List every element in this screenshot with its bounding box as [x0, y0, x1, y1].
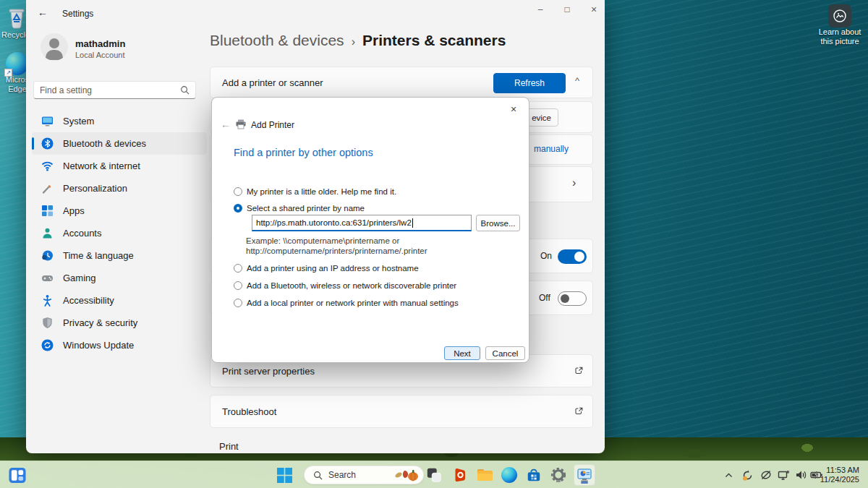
tray-disabled-device[interactable]	[760, 468, 773, 481]
sidebar-item-label: Personalization	[63, 183, 127, 194]
sidebar-item-accounts[interactable]: Accounts	[32, 222, 207, 244]
settings-search[interactable]	[33, 81, 196, 99]
titlebar-back-icon[interactable]: ←	[38, 7, 48, 18]
add-printer-scanner-card: Add a printer or scanner Refresh ^	[210, 67, 593, 98]
sidebar-item-system[interactable]: System	[32, 110, 207, 132]
toggle-off[interactable]	[558, 291, 587, 306]
sidebar-item-personalization[interactable]: Personalization	[32, 177, 207, 200]
radio-icon[interactable]	[234, 299, 242, 307]
settings-search-input[interactable]	[40, 85, 180, 95]
desktop: Recycle Bin ↗ Micros Edge Learn about th…	[0, 0, 868, 488]
breadcrumb-section[interactable]: Bluetooth & devices	[210, 32, 344, 49]
minimize-button[interactable]: –	[529, 1, 551, 17]
toggle-off-label: Off	[539, 293, 550, 303]
collapse-chevron-icon[interactable]: ^	[575, 75, 579, 86]
sidebar-item-network-internet[interactable]: Network & internet	[32, 155, 207, 177]
personalization-icon	[41, 182, 54, 194]
sidebar-item-label: Accessibility	[63, 295, 114, 306]
radio-icon[interactable]	[234, 264, 242, 273]
tray-volume[interactable]	[794, 468, 807, 481]
active-add-printer-window-button[interactable]	[574, 464, 595, 486]
shared-printer-name-value: http://ps.math.utoronto.ca:631/printers/…	[256, 218, 412, 227]
close-button[interactable]: ×	[583, 1, 605, 17]
option-ip-address[interactable]: Add a printer using an IP address or hos…	[234, 263, 419, 273]
seasonal-search-graphic	[394, 468, 419, 482]
clipped-section-text: Print	[219, 441, 239, 452]
tray-update-status[interactable]	[741, 468, 754, 481]
example-text: Example: \\computername\printername or h…	[246, 236, 427, 256]
dialog-close-button[interactable]: ×	[506, 103, 522, 116]
search-icon	[313, 471, 323, 480]
sidebar-item-accessibility[interactable]: Accessibility	[32, 289, 207, 312]
shortcut-arrow-icon: ↗	[4, 69, 12, 77]
sidebar-item-bluetooth-devices[interactable]: Bluetooth & devices	[32, 132, 207, 155]
maximize-button[interactable]: □	[556, 1, 578, 17]
avatar[interactable]	[41, 33, 68, 61]
file-explorer-icon	[477, 468, 493, 482]
shared-printer-name-input[interactable]: http://ps.math.utoronto.ca:631/printers/…	[252, 215, 472, 231]
privacy-icon	[41, 317, 54, 329]
radio-icon[interactable]	[234, 187, 242, 196]
monitor-plug-icon	[778, 469, 790, 481]
taskbar-search[interactable]: Search	[304, 466, 424, 484]
browse-button[interactable]: Browse...	[476, 215, 520, 231]
cancel-button[interactable]: Cancel	[485, 346, 525, 360]
windows-start-icon	[277, 468, 292, 483]
add-printer-scanner-label: Add a printer or scanner	[222, 77, 323, 88]
bluetooth-icon	[41, 137, 54, 150]
printer-icon	[235, 119, 247, 129]
sidebar-item-label: Bluetooth & devices	[63, 138, 146, 149]
dialog-heading: Find a printer by other options	[234, 147, 373, 158]
option-local-printer[interactable]: Add a local printer or network printer w…	[234, 298, 459, 308]
office-icon	[453, 467, 468, 483]
sidebar-item-time-language[interactable]: Time & language	[32, 244, 207, 267]
widgets-icon	[9, 467, 26, 484]
text-caret	[412, 218, 413, 228]
tray-time: 11:53 AM	[820, 466, 859, 475]
settings-app-button[interactable]	[550, 466, 567, 484]
tray-show-hidden-button[interactable]	[722, 468, 735, 481]
toggle-on[interactable]	[558, 249, 587, 264]
accounts-icon	[41, 227, 54, 239]
task-view-button[interactable]	[425, 466, 443, 484]
option-shared-printer[interactable]: Select a shared printer by name	[234, 203, 365, 213]
sidebar-item-windows-update[interactable]: Windows Update	[32, 334, 207, 356]
next-button[interactable]: Next	[444, 346, 480, 360]
refresh-button[interactable]: Refresh	[493, 73, 566, 93]
sidebar-item-label: Apps	[63, 205, 85, 216]
option-older-printer[interactable]: My printer is a little older. Help me fi…	[234, 187, 396, 197]
taskbar-search-label: Search	[328, 470, 394, 480]
user-name: mathadmin	[75, 38, 125, 49]
slashed-circle-icon	[760, 469, 772, 481]
radio-selected-icon[interactable]	[234, 204, 242, 213]
speaker-icon	[795, 469, 807, 481]
network-icon	[41, 160, 54, 172]
edge-app-button[interactable]	[501, 466, 518, 484]
troubleshoot-card[interactable]: Troubleshoot	[210, 395, 593, 428]
sidebar-nav: System Bluetooth & devices Network & int…	[32, 110, 207, 356]
tray-clock[interactable]: 11:53 AM 11/24/2025	[820, 466, 859, 484]
troubleshoot-label: Troubleshoot	[222, 406, 276, 417]
start-button[interactable]	[276, 466, 293, 484]
external-link-icon	[574, 406, 584, 416]
sidebar-item-gaming[interactable]: Gaming	[32, 267, 207, 289]
tray-display-device[interactable]	[777, 468, 790, 481]
file-explorer-button[interactable]	[476, 466, 493, 484]
add-manually-link[interactable]: manually	[534, 144, 569, 154]
office-app-button[interactable]	[451, 466, 469, 484]
option-label: Select a shared printer by name	[247, 204, 365, 213]
dialog-back-icon[interactable]: ←	[221, 119, 231, 130]
sidebar-item-privacy-security[interactable]: Privacy & security	[32, 312, 207, 334]
sidebar-item-apps[interactable]: Apps	[32, 200, 207, 222]
option-label: My printer is a little older. Help me fi…	[247, 187, 396, 196]
edge-icon	[501, 467, 517, 483]
learn-about-picture[interactable]: Learn about this picture	[817, 4, 862, 46]
dialog-title: Add Printer	[251, 120, 294, 130]
windows-update-icon	[41, 339, 54, 351]
option-label: Add a Bluetooth, wireless or network dis…	[247, 281, 456, 290]
toggle-on-label: On	[540, 251, 552, 261]
widgets-button[interactable]	[9, 466, 26, 484]
store-app-button[interactable]	[525, 466, 542, 484]
radio-icon[interactable]	[234, 281, 242, 290]
option-bluetooth-wireless[interactable]: Add a Bluetooth, wireless or network dis…	[234, 281, 456, 291]
